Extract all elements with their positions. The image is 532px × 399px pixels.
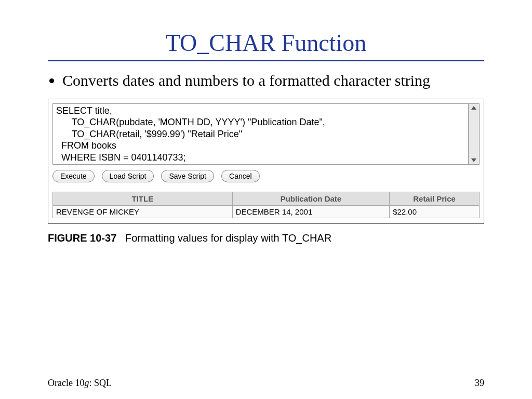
column-header-retail: Retail Price	[390, 192, 480, 206]
cell-retail: $22.00	[390, 206, 480, 218]
figure-label: FIGURE 10-37	[48, 232, 116, 244]
footer-product: Oracle 10	[48, 378, 84, 388]
bullet-item: Converts dates and numbers to a formatte…	[62, 71, 484, 90]
footer-product-suffix: : SQL	[89, 378, 112, 388]
save-script-button[interactable]: Save Script	[161, 170, 214, 182]
column-header-pubdate: Publication Date	[232, 192, 389, 206]
scroll-up-icon[interactable]	[471, 106, 476, 110]
cell-title: REVENGE OF MICKEY	[53, 206, 233, 218]
scrollbar[interactable]	[468, 103, 480, 165]
result-table: TITLE Publication Date Retail Price REVE…	[52, 192, 480, 218]
bullet-list: Converts dates and numbers to a formatte…	[48, 71, 484, 90]
execute-button[interactable]: Execute	[52, 170, 95, 182]
figure-text: Formatting values for display with TO_CH…	[125, 232, 331, 244]
cell-pubdate: DECEMBER 14, 2001	[232, 206, 389, 218]
scroll-down-icon[interactable]	[471, 158, 476, 162]
title-underline	[48, 60, 484, 61]
table-row: REVENGE OF MICKEY DECEMBER 14, 2001 $22.…	[53, 206, 480, 218]
column-header-title: TITLE	[53, 192, 233, 206]
sql-editor: SELECT title, TO_CHAR(pubdate, 'MONTH DD…	[52, 103, 480, 165]
cancel-button[interactable]: Cancel	[221, 170, 260, 182]
load-script-button[interactable]: Load Script	[102, 170, 154, 182]
footer-page-number: 39	[475, 378, 484, 389]
figure-caption: FIGURE 10-37 Formatting values for displ…	[48, 232, 484, 244]
table-header-row: TITLE Publication Date Retail Price	[53, 192, 480, 206]
sql-code-text[interactable]: SELECT title, TO_CHAR(pubdate, 'MONTH DD…	[52, 103, 468, 165]
button-row: Execute Load Script Save Script Cancel	[52, 170, 480, 182]
sql-panel: SELECT title, TO_CHAR(pubdate, 'MONTH DD…	[48, 99, 484, 224]
slide-title: TO_CHAR Function	[48, 29, 484, 57]
footer-left: Oracle 10g: SQL	[48, 378, 112, 389]
